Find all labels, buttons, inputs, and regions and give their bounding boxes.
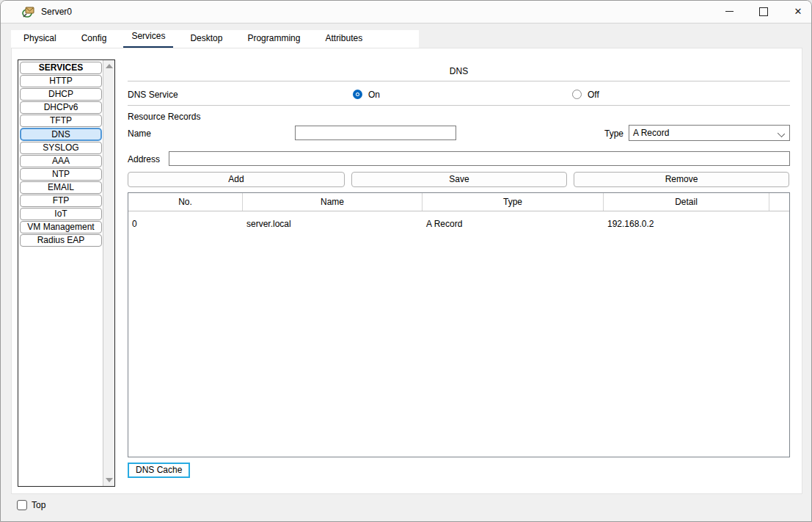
window-title: Server0 (41, 7, 72, 17)
dns-panel: DNS DNS Service On Off Resource Records … (12, 48, 802, 493)
type-label: Type (604, 128, 623, 139)
separator (128, 105, 790, 106)
tab-services[interactable]: Services (123, 29, 173, 49)
top-checkbox[interactable] (17, 500, 27, 510)
table-row[interactable]: 0 server.local A Record 192.168.0.2 (128, 216, 789, 232)
type-select-value: A Record (633, 128, 669, 138)
tab-bar: Physical Config Services Desktop Program… (11, 30, 419, 48)
maximize-button[interactable] (751, 1, 776, 22)
separator (128, 81, 790, 81)
cell-no: 0 (128, 219, 243, 229)
records-table: No. Name Type Detail 0 server.local A Re… (128, 192, 790, 457)
remove-button[interactable]: Remove (574, 172, 789, 187)
dns-on-label[interactable]: On (368, 90, 380, 100)
dns-service-label: DNS Service (128, 90, 178, 100)
chevron-down-icon (778, 130, 785, 137)
top-checkbox-label: Top (32, 500, 45, 510)
tab-desktop[interactable]: Desktop (182, 30, 230, 48)
col-header-no[interactable]: No. (128, 193, 243, 211)
minimize-button[interactable] (717, 1, 742, 22)
dns-on-radio[interactable] (353, 90, 362, 99)
tab-attributes[interactable]: Attributes (317, 30, 370, 48)
tab-config[interactable]: Config (73, 30, 115, 48)
dns-off-radio[interactable] (572, 90, 582, 99)
col-header-name[interactable]: Name (243, 193, 423, 211)
close-button[interactable]: ✕ (786, 1, 811, 22)
top-checkbox-row[interactable]: Top (17, 500, 45, 510)
maximize-icon (759, 7, 768, 16)
dns-section-title: DNS (128, 66, 790, 76)
dns-cache-button[interactable]: DNS Cache (128, 463, 190, 478)
title-bar: Server0 ✕ (1, 1, 811, 23)
address-input[interactable] (169, 151, 790, 166)
col-header-detail[interactable]: Detail (604, 193, 769, 211)
close-icon: ✕ (794, 7, 802, 16)
packet-tracer-device-icon (22, 5, 35, 18)
records-table-header: No. Name Type Detail (128, 193, 789, 211)
name-label: Name (128, 128, 151, 139)
dns-off-label[interactable]: Off (588, 90, 599, 100)
type-select[interactable]: A Record (629, 125, 790, 141)
cell-type: A Record (423, 219, 604, 229)
tab-programming[interactable]: Programming (239, 30, 308, 48)
address-label: Address (128, 154, 160, 164)
save-button[interactable]: Save (351, 172, 567, 187)
col-header-spacer (769, 193, 789, 211)
tab-physical[interactable]: Physical (15, 30, 65, 48)
cell-detail: 192.168.0.2 (604, 219, 769, 229)
col-header-type[interactable]: Type (423, 193, 604, 211)
services-pane: SERVICES HTTP DHCP DHCPv6 TFTP DNS SYSLO… (11, 48, 802, 494)
minimize-icon (725, 11, 734, 12)
server-window: Server0 ✕ Physical Config Services Deskt… (0, 0, 812, 522)
add-button[interactable]: Add (128, 172, 345, 187)
resource-records-label: Resource Records (128, 112, 200, 122)
name-input[interactable] (295, 126, 456, 140)
cell-name: server.local (243, 219, 423, 229)
